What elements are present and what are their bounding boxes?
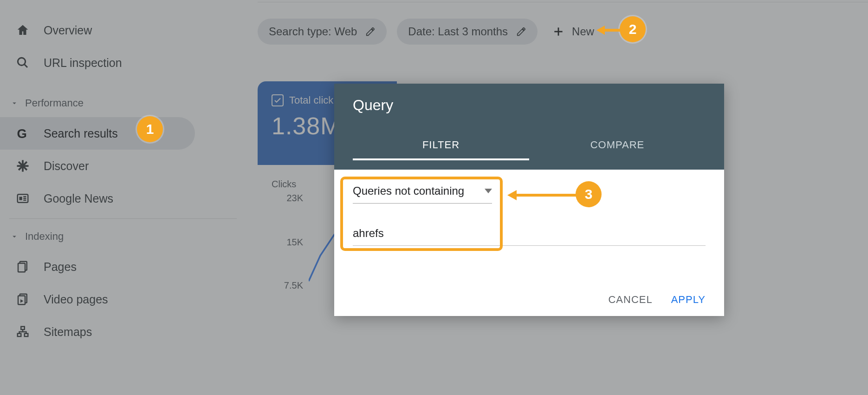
svg-line-1 (25, 65, 27, 67)
video-pages-icon (15, 291, 31, 307)
chart-tick-0: 23K (280, 193, 303, 204)
svg-rect-12 (21, 327, 25, 329)
sidebar: Overview URL inspection Performance G Se… (0, 0, 246, 395)
pencil-icon (516, 26, 526, 37)
chevron-down-icon (10, 99, 19, 107)
svg-marker-20 (507, 190, 517, 200)
home-icon (15, 22, 31, 38)
svg-rect-3 (18, 194, 28, 203)
sidebar-label-search-results: Search results (44, 127, 118, 140)
sidebar-label-pages: Pages (44, 260, 77, 274)
sidebar-item-sitemaps[interactable]: Sitemaps (0, 316, 195, 348)
chip-search-type[interactable]: Search type: Web (258, 19, 387, 45)
sidebar-section-label-performance: Performance (25, 97, 84, 109)
chip-search-type-label: Search type: Web (269, 25, 357, 38)
cancel-button[interactable]: CANCEL (608, 294, 652, 306)
svg-rect-9 (18, 263, 25, 272)
query-match-dropdown[interactable]: Queries not containing (353, 183, 492, 204)
pencil-icon (365, 26, 376, 37)
sidebar-label-discover: Discover (44, 159, 89, 173)
svg-rect-13 (18, 334, 21, 336)
sidebar-item-pages[interactable]: Pages (0, 250, 195, 283)
svg-text:G: G (17, 126, 27, 140)
sidebar-item-url-inspection[interactable]: URL inspection (0, 46, 195, 79)
annotation-arrow-2 (596, 22, 624, 38)
svg-marker-18 (596, 26, 605, 35)
chip-date-label: Date: Last 3 months (408, 25, 508, 38)
chevron-down-icon (10, 232, 19, 241)
search-icon (15, 55, 31, 71)
chart-tick-1: 15K (280, 237, 303, 248)
sitemap-icon (15, 324, 31, 340)
sidebar-label-url-inspection: URL inspection (44, 56, 122, 70)
dialog-title: Query (353, 97, 706, 114)
filter-bar: Search type: Web Date: Last 3 months New (258, 19, 599, 45)
sidebar-divider (9, 218, 237, 219)
dialog-tabs: FILTER COMPARE (353, 139, 706, 160)
tab-filter[interactable]: FILTER (353, 139, 529, 160)
chart-ylabel: Clicks (272, 179, 296, 190)
dropdown-value: Queries not containing (353, 184, 464, 198)
svg-rect-14 (25, 334, 28, 336)
dropdown-caret-icon (485, 189, 492, 193)
new-filter-label: New (572, 25, 594, 38)
dialog-header: Query FILTER COMPARE (334, 84, 724, 170)
sidebar-label-video-pages: Video pages (44, 293, 108, 306)
sidebar-item-video-pages[interactable]: Video pages (0, 283, 195, 316)
asterisk-icon (15, 158, 31, 174)
svg-point-0 (18, 58, 25, 65)
sidebar-item-overview[interactable]: Overview (0, 14, 195, 46)
sidebar-item-discover[interactable]: Discover (0, 150, 195, 182)
sidebar-item-search-results[interactable]: G Search results (0, 117, 195, 150)
dialog-actions: CANCEL APPLY (334, 294, 724, 316)
sidebar-section-label-indexing: Indexing (25, 230, 64, 243)
news-icon (15, 191, 31, 206)
divider (258, 2, 868, 2)
query-text-input[interactable] (353, 224, 706, 246)
chip-date[interactable]: Date: Last 3 months (397, 19, 538, 45)
google-g-icon: G (15, 125, 31, 141)
apply-button[interactable]: APPLY (671, 294, 706, 306)
sidebar-section-performance[interactable]: Performance (0, 89, 246, 117)
chart-tick-2: 7.5K (280, 280, 303, 291)
sidebar-label-overview: Overview (44, 24, 92, 37)
sidebar-section-indexing[interactable]: Indexing (0, 223, 246, 250)
tab-compare[interactable]: COMPARE (529, 139, 706, 160)
metric-clicks-label: Total click (289, 94, 333, 106)
sidebar-label-sitemaps: Sitemaps (44, 325, 92, 339)
checkbox-checked-icon (272, 94, 284, 106)
annotation-badge-3: 3 (576, 181, 602, 207)
svg-rect-4 (19, 197, 22, 200)
annotation-arrow-3 (507, 187, 579, 203)
annotation-badge-1: 1 (137, 116, 163, 142)
pages-icon (15, 259, 31, 275)
new-filter-button[interactable]: New (548, 19, 599, 45)
plus-icon (552, 26, 564, 38)
sidebar-label-google-news: Google News (44, 192, 113, 205)
sidebar-item-google-news[interactable]: Google News (0, 182, 195, 215)
